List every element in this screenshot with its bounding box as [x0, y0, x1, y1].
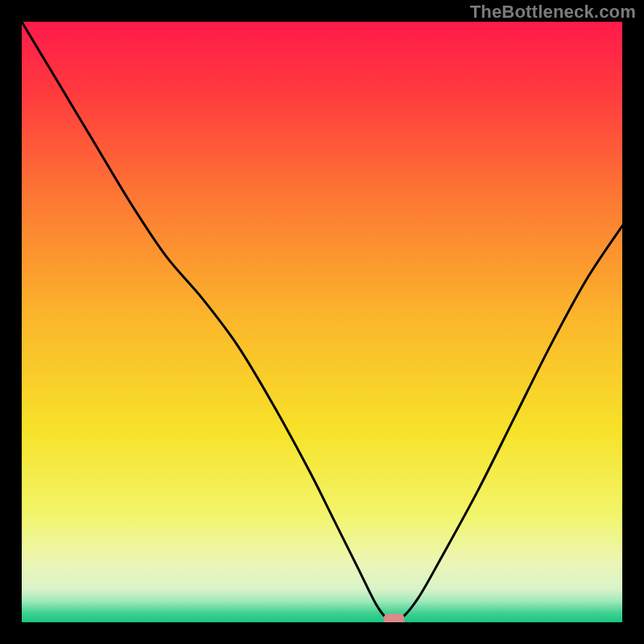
- watermark-text: TheBottleneck.com: [470, 2, 636, 23]
- plot-background-gradient: [22, 22, 622, 622]
- optimal-point-marker: [384, 613, 405, 625]
- chart-frame: TheBottleneck.com: [0, 0, 644, 644]
- bottleneck-chart: [0, 0, 644, 644]
